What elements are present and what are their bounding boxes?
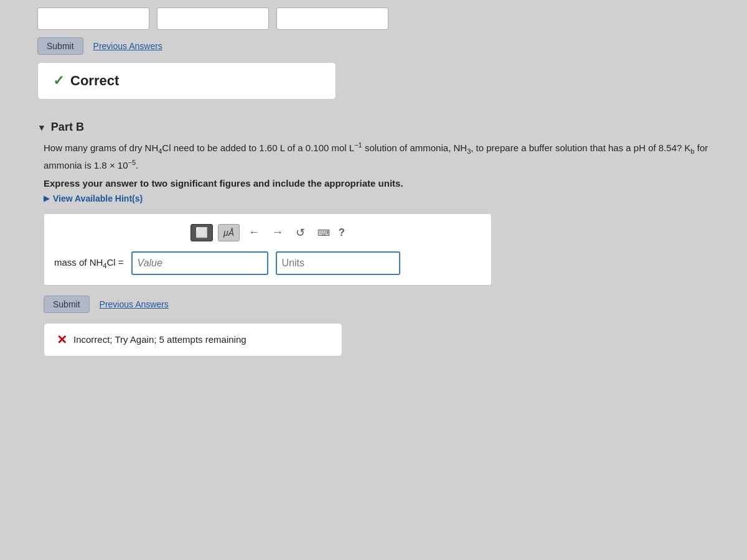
part-a-submit-button[interactable]: Submit [37, 37, 83, 55]
top-input-2[interactable] [157, 7, 269, 30]
hint-link-label: View Available Hint(s) [53, 194, 143, 203]
top-input-row [0, 0, 747, 37]
part-a-previous-answers-link[interactable]: Previous Answers [93, 41, 162, 51]
template-icon: ⬜ [195, 226, 208, 238]
part-a-submit-row: Submit Previous Answers [37, 37, 710, 55]
toolbar: ⬜ μÅ ← → ↺ ⌨ [54, 224, 481, 241]
symbol-btn[interactable]: μÅ [218, 224, 240, 241]
part-b-header: ▼ Part B [12, 114, 735, 140]
back-icon: ← [248, 226, 260, 238]
mass-input-row: mass of NH4Cl = [54, 251, 481, 275]
back-btn[interactable]: ← [245, 225, 263, 240]
help-btn[interactable]: ? [339, 227, 345, 238]
forward-icon: → [272, 226, 283, 238]
part-a-section: Submit Previous Answers ✓ Correct [0, 37, 747, 100]
part-b-previous-answers-link[interactable]: Previous Answers [100, 299, 169, 309]
refresh-icon: ↺ [296, 226, 305, 239]
symbol-icon: μÅ [223, 228, 234, 238]
mass-label: mass of NH4Cl = [54, 257, 124, 269]
checkmark-icon: ✓ [53, 73, 64, 89]
units-input[interactable] [276, 251, 400, 275]
part-b-content: How many grams of dry NH4Cl need to be a… [12, 140, 735, 366]
incorrect-box: ✕ Incorrect; Try Again; 5 attempts remai… [44, 323, 342, 357]
keyboard-icon: ⌨ [317, 228, 330, 238]
keyboard-btn[interactable]: ⌨ [314, 226, 334, 239]
part-b-label: Part B [51, 121, 84, 134]
part-b-submit-button[interactable]: Submit [44, 296, 90, 313]
correct-text: Correct [70, 73, 119, 89]
top-input-3[interactable] [276, 7, 388, 30]
x-icon: ✕ [57, 332, 67, 347]
correct-box: ✓ Correct [37, 62, 336, 100]
incorrect-text: Incorrect; Try Again; 5 attempts remaini… [73, 334, 247, 345]
top-input-1[interactable] [37, 7, 149, 30]
refresh-btn[interactable]: ↺ [292, 225, 309, 241]
help-icon: ? [339, 227, 345, 238]
part-b-section: ▼ Part B How many grams of dry NH4Cl nee… [0, 114, 747, 366]
express-text: Express your answer to two significant f… [44, 178, 710, 189]
hint-arrow-icon: ▶ [44, 194, 49, 203]
hint-link[interactable]: ▶ View Available Hint(s) [44, 194, 710, 203]
question-text-line1: How many grams of dry NH4Cl need to be a… [44, 140, 710, 173]
value-input[interactable] [131, 251, 268, 275]
collapse-triangle-icon[interactable]: ▼ [37, 123, 46, 133]
page-wrapper: Submit Previous Answers ✓ Correct ▼ Part… [0, 0, 747, 560]
forward-btn[interactable]: → [268, 225, 287, 240]
answer-area: ⬜ μÅ ← → ↺ ⌨ [44, 213, 492, 286]
template-btn[interactable]: ⬜ [190, 224, 213, 241]
bottom-submit-row: Submit Previous Answers [44, 296, 710, 323]
